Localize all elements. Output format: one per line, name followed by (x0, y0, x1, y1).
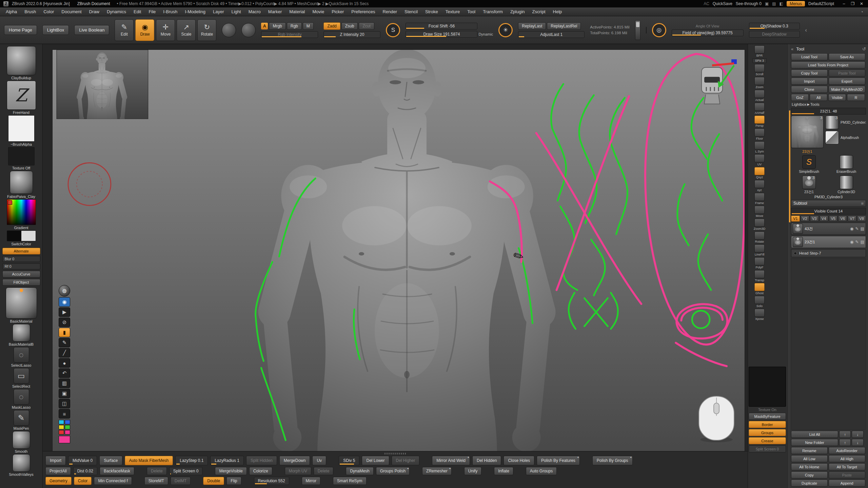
tool-panel-button[interactable]: Import (791, 78, 828, 85)
tray-control[interactable]: Surface (99, 456, 122, 465)
annotation-tool-button[interactable]: ▣ (59, 389, 70, 398)
annotation-tool-button[interactable]: ◫ (59, 399, 70, 408)
replay-last-rel-button[interactable]: ReplayLastRel (547, 22, 581, 30)
tray-control[interactable]: MergeDown (279, 456, 310, 465)
subtool-action-button[interactable]: Rename (791, 447, 828, 454)
deep-shadow-slider[interactable]: DeepShadow (749, 31, 800, 38)
color-swatch[interactable] (59, 425, 64, 429)
tool-panel-button[interactable]: Export (829, 78, 865, 85)
subtool-action-button[interactable]: List All (791, 431, 838, 438)
home-page-button[interactable]: Home Page (4, 25, 37, 35)
tool-panel-button[interactable]: Paste Tool (829, 69, 865, 77)
shelf-thumbnail[interactable] (13, 431, 30, 449)
rgb-intensity-slider[interactable]: Rgb Intensity (261, 31, 318, 38)
color-swatch[interactable] (65, 430, 70, 434)
list-icon[interactable]: ▤ (861, 240, 864, 244)
menu-item[interactable]: Render (379, 7, 401, 16)
annotation-tool-button[interactable]: ╱ (59, 348, 70, 358)
strip-button[interactable]: Move (754, 206, 765, 218)
tray-grip[interactable] (384, 453, 406, 454)
strip-button[interactable]: xyz (754, 180, 765, 192)
strip-button[interactable]: Scroll (754, 64, 765, 76)
tray-control[interactable]: Resolution 552 (254, 477, 289, 485)
strip-button[interactable]: Ghost (754, 283, 765, 295)
list-icon[interactable]: ▤ (861, 226, 864, 231)
annotation-tool-button[interactable]: ◉ (59, 297, 70, 307)
menu-item[interactable]: Light (228, 7, 244, 16)
strip-button[interactable]: Solo (754, 296, 765, 308)
split-screen-slider[interactable]: Split Screen 0 (749, 445, 786, 452)
tray-control[interactable]: StoreMT (144, 477, 168, 485)
split-view-icon[interactable]: ▤ (772, 1, 776, 6)
stroke-preview-icon[interactable] (222, 23, 236, 37)
live-boolean-button[interactable]: Live Boolean (74, 25, 109, 35)
shelf-thumbnail[interactable] (8, 147, 35, 165)
crease-button[interactable]: Crease (749, 437, 786, 444)
menu-item[interactable]: Zscript (529, 7, 549, 16)
material-sphere-icon[interactable] (241, 23, 256, 37)
zadd-button[interactable]: Zadd (323, 22, 340, 30)
rf-slider[interactable]: Rf 0 (2, 263, 40, 269)
tool-item[interactable]: AlphaBrush (825, 131, 866, 144)
tray-control[interactable]: Unify (464, 467, 481, 475)
tool-panel-button[interactable]: Load Tools From Project (791, 61, 865, 68)
menu-item[interactable]: Picker (328, 7, 348, 16)
color-swatch[interactable] (65, 425, 70, 429)
strip-button[interactable]: Zoom (754, 77, 765, 89)
shelf-thumbnail[interactable] (13, 454, 30, 472)
tray-control[interactable]: SDiv 5 (339, 456, 359, 465)
refresh-icon[interactable]: ↺ (862, 46, 866, 52)
texture-thumbnail[interactable] (749, 367, 786, 407)
replay-last-button[interactable]: ReplayLast (518, 22, 546, 30)
annotation-tool-button[interactable]: ≡ (59, 409, 70, 419)
strip-button[interactable]: Transp (754, 270, 765, 282)
tray-control[interactable]: Import (45, 456, 66, 465)
lightbox-tools-row[interactable]: Lightbox►Tools (791, 102, 866, 107)
visible-count-slider[interactable]: Visible Count 14 (791, 208, 866, 215)
tool-panel-button[interactable]: All (810, 94, 827, 101)
menu-item[interactable]: Color (40, 7, 58, 16)
menus-toggle[interactable]: Menus (787, 1, 805, 6)
strip-button[interactable]: PolyF (754, 257, 765, 269)
subtool-action-button[interactable]: ↓ (852, 431, 863, 438)
tray-control[interactable]: ProjectAll (45, 467, 71, 475)
tool-inventory-slider[interactable]: 23건1. 48 (791, 108, 866, 115)
lightbox-button[interactable]: LightBox (42, 25, 69, 35)
tray-control[interactable]: Morph UV (285, 467, 311, 475)
strip-button[interactable]: UV (754, 154, 765, 166)
tray-control[interactable]: Polish By Groups • (592, 456, 633, 465)
zcut-button[interactable]: Zcut (359, 22, 374, 30)
polypaint-icon[interactable]: ✎ (855, 226, 859, 231)
tool-panel-button[interactable]: Clone (791, 86, 828, 93)
tray-control[interactable]: Double (203, 477, 224, 485)
menu-item[interactable]: Edit (130, 7, 145, 16)
menu-item[interactable]: Material (285, 7, 309, 16)
blur-slider[interactable]: Blur 0 (2, 256, 40, 262)
tray-control[interactable]: Inflate (494, 467, 513, 475)
subtool-thumbnail[interactable] (793, 224, 803, 234)
polypaint-icon[interactable]: ✎ (855, 240, 859, 244)
tool-panel-button[interactable]: Copy Tool (791, 69, 828, 77)
shelf-thumbnail[interactable] (7, 46, 36, 75)
tool-panel-button[interactable]: Save As (829, 53, 865, 60)
m-button[interactable]: M (303, 22, 314, 30)
subtool-action-button[interactable]: Copy (791, 471, 828, 479)
color-swatch[interactable] (59, 430, 64, 434)
menu-item[interactable]: Preferences (348, 7, 379, 16)
subtool-action-button[interactable]: Append (829, 480, 865, 487)
tray-control[interactable]: Split Screen 0 (169, 467, 203, 475)
subtool-view-tab[interactable]: V8 (857, 216, 866, 222)
close-button[interactable]: ✕ (859, 1, 865, 6)
subtool-action-button[interactable]: AutoReorder (829, 447, 865, 454)
strip-button[interactable]: Frame (754, 193, 765, 205)
subtool-action-button[interactable]: All To Home (791, 463, 828, 470)
shelf-thumbnail[interactable] (7, 230, 36, 241)
menu-item[interactable]: Dynamics (103, 7, 130, 16)
subtool-view-tab[interactable]: V7 (848, 216, 856, 222)
strip-button[interactable]: L.Sym (754, 141, 765, 153)
subtool-view-tab[interactable]: V1 (791, 216, 800, 222)
subtool-view-tab[interactable]: V2 (801, 216, 809, 222)
adjust-last-slider[interactable]: AdjustLast 1 (518, 31, 585, 38)
subtool-row[interactable]: Head Step-7 (791, 249, 866, 257)
tray-control[interactable]: MidValue 0 (68, 456, 97, 465)
